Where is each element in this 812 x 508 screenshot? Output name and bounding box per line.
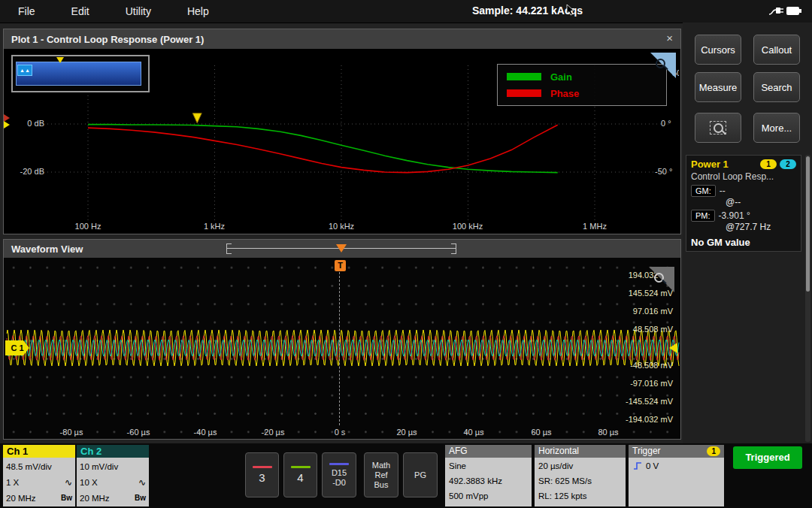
ref-label: Ref [374,470,387,479]
power1-subtitle: Control Loop Resp... [691,171,796,182]
sidebar-scrollbar-thumb[interactable] [806,156,810,292]
bus-label: Bus [374,480,389,489]
pg-button[interactable]: PG [403,452,438,497]
menu-edit[interactable]: Edit [53,5,108,17]
bode-ytick-0db: 0 dB [10,119,44,128]
bottom-bar: Ch 1 48.5 mV/div 1 X∿ 20 MHzBw Ch 2 10 m… [0,443,812,508]
gain-label: Gain [550,71,572,83]
ref-marker-yellow [4,121,10,129]
menu-help[interactable]: Help [169,5,227,17]
wave-xtick-7: 60 µs [531,428,551,437]
digital-color-line [329,463,349,465]
bode-plot-area[interactable]: ▲▲ 0 dB -20 dB 50 ° 0 ° -50 ° 100 Hz 1 k… [4,49,680,234]
more-button[interactable]: More... [753,113,800,143]
wave-magnifier-icon[interactable] [654,273,664,283]
channel1-name: Ch 1 [3,445,75,458]
wave-ytick-3: 48.508 mV [633,325,673,334]
afg-badge[interactable]: AFG Sine 492.3883 kHz 500 mVpp [445,445,532,506]
search-button[interactable]: Search [753,72,800,102]
horizontal-scale: 20 µs/div [538,458,622,473]
afg-waveform-type: Sine [449,458,528,473]
channel2-settings: 10 mV/div 10 X∿ 20 MHzBw [77,458,149,506]
pm-label: PM: [691,210,715,222]
gm-at-value: @-- [726,197,796,207]
trigger-position-marker-icon[interactable] [336,244,347,252]
plot1-close-button[interactable]: × [666,32,673,44]
horizontal-record-length: RL: 125 kpts [538,488,622,503]
plot1-header[interactable]: Plot 1 - Control Loop Response (Power 1)… [4,29,680,50]
measure-button[interactable]: Measure [695,72,741,102]
math-ref-bus-button[interactable]: Math Ref Bus [364,452,398,497]
plot1-title: Plot 1 - Control Loop Response (Power 1) [4,34,204,45]
waveform-plot-area[interactable]: T C 1 194.032 mV 145.524 mV 97.016 mV 48… [4,258,680,439]
channel3-label: 3 [259,471,265,484]
wave-ytick-5: -97.016 mV [630,379,673,388]
overview-markers-icon: ▲▲ [17,65,32,76]
pm-value: -3.901 ° [719,210,750,221]
wave-xtick-5: 20 µs [396,428,417,437]
wave-xtick-6: 40 µs [463,428,483,437]
overview-range-bar [16,62,141,86]
channel4-color-line [291,466,311,468]
trigger-badge[interactable]: Trigger 1 0 V [629,445,724,506]
pm-at-value: @727.7 Hz [726,222,796,232]
channel4-button[interactable]: 4 [283,452,317,497]
afg-title: AFG [449,445,468,458]
digital-channels-button[interactable]: D15 -D0 [322,452,356,497]
channel3-button[interactable]: 3 [245,452,279,497]
callout-button[interactable]: Callout [753,35,800,65]
trigger-level-arrow[interactable] [669,343,677,353]
afg-amplitude: 500 mVpp [449,488,528,503]
menu-utility[interactable]: Utility [108,5,169,17]
channel2-bandwidth: 20 MHz [80,494,110,503]
bode-xtick-1mhz: 1 MHz [568,222,621,231]
battery-icon [767,5,803,20]
no-gm-note: No GM value [691,237,796,248]
channel1-scale: 48.5 mV/div [6,462,52,471]
wave-ytick-2: 97.016 mV [633,307,673,316]
right-sidebar: Cursors Callout Measure Search More... P… [683,23,812,443]
channel1-settings: 48.5 mV/div 1 X∿ 20 MHzBw [3,458,75,506]
power1-tab-1[interactable]: 1 [760,159,777,169]
bandwidth-limit-icon: Bw [135,494,146,502]
channel2-name: Ch 2 [77,445,149,458]
trigger-flag[interactable]: T [335,260,346,271]
channel1-badge[interactable]: Ch 1 48.5 mV/div 1 X∿ 20 MHzBw [3,445,75,506]
wave-xtick-2: -40 µs [194,428,217,437]
wave-ytick-4: -48.508 mV [630,361,673,370]
coupling-sine-icon: ∿ [138,477,146,488]
channel2-badge[interactable]: Ch 2 10 mV/div 10 X∿ 20 MHzBw [77,445,149,506]
bode-ytick-m50deg: -50 ° [655,167,672,176]
phase-swatch [507,89,541,97]
legend-row-gain: Gain [507,71,657,83]
bode-xtick-10khz: 10 kHz [315,222,368,231]
waveform-chart [4,258,680,439]
sidebar-scrollbar[interactable] [805,155,810,442]
zoom-select-icon [710,121,726,135]
bode-magnifier-icon[interactable] [656,59,665,68]
cursors-button[interactable]: Cursors [695,35,741,65]
wave-xtick-0: -80 µs [60,428,83,437]
trigger-level: 0 V [646,458,659,473]
trigger-source-pill: 1 [707,446,720,456]
afg-frequency: 492.3883 kHz [449,473,528,488]
zoom-select-button[interactable] [695,113,741,143]
legend-row-phase: Phase [507,88,657,99]
digital-label-top: D15 [332,468,347,477]
gm-value: -- [720,186,726,196]
math-label: Math [372,461,390,470]
horizontal-badge[interactable]: Horizontal 20 µs/div SR: 625 MS/s RL: 12… [535,445,626,506]
digital-label-bottom: -D0 [332,478,346,487]
gm-row: GM: -- [691,185,796,197]
waveform-panel: Waveform View T C 1 194.032 mV 145.524 m… [3,239,681,440]
power1-measurement-badge[interactable]: Power 1 1 2 Control Loop Resp... GM: -- … [686,155,801,252]
power1-tab-2[interactable]: 2 [780,159,796,169]
rising-edge-icon [632,461,643,471]
scrollbar-left-bracket[interactable] [226,243,232,254]
menu-file[interactable]: File [0,5,53,17]
acquisition-overview-thumbnail[interactable]: ▲▲ [11,55,150,92]
scrollbar-right-bracket[interactable] [451,243,456,254]
horizontal-sample-rate: SR: 625 MS/s [538,473,622,488]
bode-xtick-1khz: 1 kHz [188,222,241,231]
horizontal-zoom-scrollbar[interactable] [226,243,456,253]
